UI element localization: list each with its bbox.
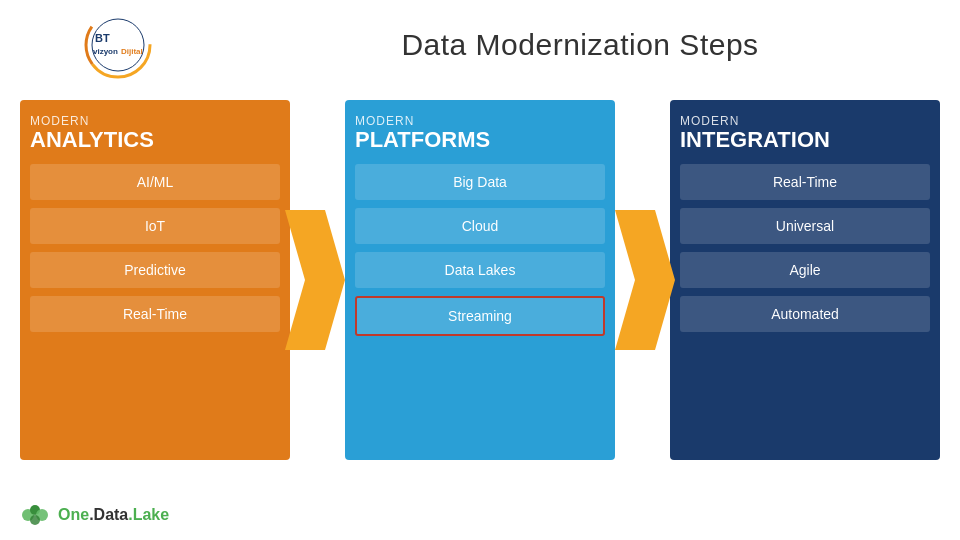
svg-marker-7 [615, 210, 675, 350]
main-content: MODERN ANALYTICS AI/ML IoT Predictive Re… [0, 90, 960, 470]
analytics-item-iot: IoT [30, 208, 280, 244]
footer-brand: One.Data.Lake [58, 506, 169, 524]
svg-text:BT: BT [95, 32, 110, 44]
platforms-item-datalakes: Data Lakes [355, 252, 605, 288]
platforms-label-small: MODERN [355, 114, 605, 128]
footer: One.Data.Lake [20, 500, 169, 530]
analytics-column: MODERN ANALYTICS AI/ML IoT Predictive Re… [20, 100, 290, 460]
platforms-item-cloud: Cloud [355, 208, 605, 244]
integration-column: MODERN INTEGRATION Real-Time Universal A… [670, 100, 940, 460]
platforms-column: MODERN PLATFORMS Big Data Cloud Data Lak… [345, 100, 615, 460]
logo-icon: BT vizyon Dijital [83, 10, 158, 80]
integration-item-automated: Automated [680, 296, 930, 332]
integration-item-universal: Universal [680, 208, 930, 244]
svg-text:vizyon: vizyon [93, 47, 118, 56]
platforms-item-streaming: Streaming [355, 296, 605, 336]
analytics-label-big: ANALYTICS [30, 128, 280, 152]
platforms-item-bigdata: Big Data [355, 164, 605, 200]
svg-text:Dijital: Dijital [121, 47, 143, 56]
arrow-1 [285, 100, 345, 460]
integration-header: MODERN INTEGRATION [680, 114, 930, 152]
analytics-item-predictive: Predictive [30, 252, 280, 288]
integration-label-big: INTEGRATION [680, 128, 930, 152]
analytics-header: MODERN ANALYTICS [30, 114, 280, 152]
page-title: Data Modernization Steps [220, 28, 940, 62]
arrow-2 [615, 100, 675, 460]
integration-item-agile: Agile [680, 252, 930, 288]
svg-point-11 [30, 515, 40, 525]
onedatalake-icon [20, 500, 50, 530]
logo-area: BT vizyon Dijital [20, 10, 220, 80]
analytics-item-aiml: AI/ML [30, 164, 280, 200]
header: BT vizyon Dijital Data Modernization Ste… [0, 0, 960, 90]
analytics-label-small: MODERN [30, 114, 280, 128]
svg-marker-6 [285, 210, 345, 350]
integration-label-small: MODERN [680, 114, 930, 128]
svg-point-2 [92, 19, 144, 71]
integration-item-realtime: Real-Time [680, 164, 930, 200]
arrow-2-icon [615, 180, 675, 380]
arrow-1-icon [285, 180, 345, 380]
platforms-header: MODERN PLATFORMS [355, 114, 605, 152]
platforms-label-big: PLATFORMS [355, 128, 605, 152]
analytics-item-realtime: Real-Time [30, 296, 280, 332]
